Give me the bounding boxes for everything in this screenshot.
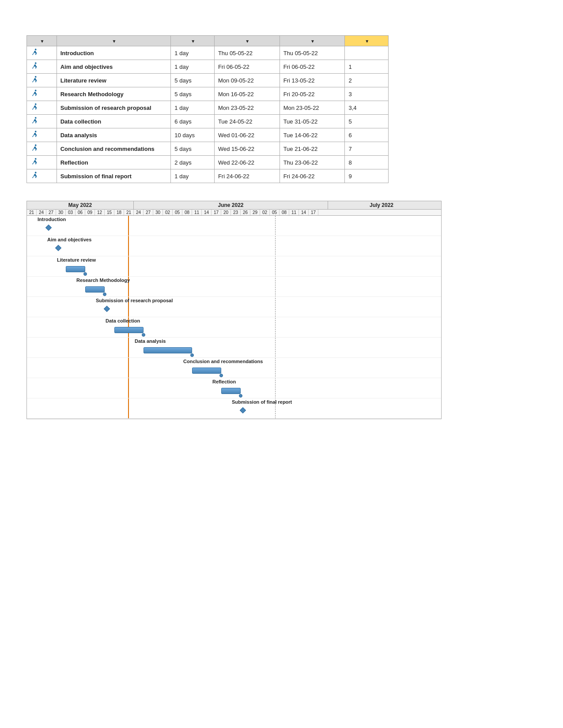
day-cell: 17 <box>309 210 318 215</box>
task-duration-cell: 5 days <box>171 142 215 156</box>
task-mode-cell <box>27 156 57 169</box>
task-start-cell: Wed 22-06-22 <box>214 156 280 169</box>
gantt-bar <box>221 388 241 394</box>
header-task-name[interactable]: ▼ <box>57 36 171 46</box>
task-pred-cell: 2 <box>345 74 389 87</box>
task-pred-cell: 8 <box>345 156 389 169</box>
task-finish-cell: Thu 23-06-22 <box>280 156 345 169</box>
gantt-milestone <box>55 245 61 251</box>
task-duration-cell: 1 day <box>171 169 215 183</box>
day-cell: 29 <box>250 210 260 215</box>
gantt-milestone <box>240 407 246 413</box>
day-row: 2124273003060912151821242730020508111417… <box>26 209 442 216</box>
project-table: ▼ ▼ ▼ ▼ ▼ <box>26 35 537 183</box>
gantt-connector-dot <box>190 353 194 357</box>
day-cell: 08 <box>182 210 192 215</box>
task-name-cell: Research Methodology <box>57 87 171 101</box>
sort-arrow-name[interactable]: ▼ <box>112 39 117 44</box>
task-mode-cell <box>27 60 57 74</box>
task-pred-cell <box>345 46 389 60</box>
table-row: Conclusion and recommendations5 daysWed … <box>27 142 389 156</box>
task-finish-cell: Fri 24-06-22 <box>280 169 345 183</box>
gantt-task-label: Data analysis <box>135 338 166 344</box>
day-cell: 05 <box>173 210 182 215</box>
task-pred-cell: 1 <box>345 60 389 74</box>
gantt-bar <box>144 347 192 353</box>
gantt-row: Literature review <box>27 256 441 277</box>
svg-point-9 <box>35 172 37 173</box>
gantt-area: IntroductionAim and objectivesLiterature… <box>26 216 537 419</box>
gantt-row: Aim and objectives <box>27 236 441 256</box>
day-cell: 21 <box>27 210 37 215</box>
task-finish-cell: Tue 21-06-22 <box>280 142 345 156</box>
svg-point-6 <box>35 131 37 132</box>
task-start-cell: Fri 24-06-22 <box>214 169 280 183</box>
table-row: Data collection6 daysTue 24-05-22Tue 31-… <box>27 115 389 128</box>
gantt-task-label: Introduction <box>38 217 66 222</box>
task-duration-cell: 6 days <box>171 115 215 128</box>
sort-arrow-finish[interactable]: ▼ <box>310 39 315 44</box>
task-finish-cell: Mon 23-05-22 <box>280 101 345 115</box>
header-start[interactable]: ▼ <box>214 36 280 46</box>
task-mode-cell <box>27 74 57 87</box>
day-cell: 21 <box>124 210 134 215</box>
table-row: Introduction1 dayThu 05-05-22Thu 05-05-2… <box>27 46 389 60</box>
task-finish-cell: Tue 31-05-22 <box>280 115 345 128</box>
sort-arrow-duration[interactable]: ▼ <box>191 39 195 44</box>
gantt-chart: May 2022 June 2022 July 2022 21242730030… <box>26 201 537 419</box>
table-row: Literature review5 daysMon 09-05-22Fri 1… <box>27 74 389 87</box>
day-cell: 03 <box>66 210 76 215</box>
task-name-cell: Introduction <box>57 46 171 60</box>
day-cell: 26 <box>241 210 250 215</box>
task-mode-cell <box>27 46 57 60</box>
sort-arrow-start[interactable]: ▼ <box>245 39 249 44</box>
sort-arrow-pred[interactable]: ▼ <box>365 39 369 44</box>
task-mode-icon <box>30 158 38 167</box>
header-duration[interactable]: ▼ <box>171 36 215 46</box>
gantt-connector-dot <box>103 293 106 296</box>
day-cell: 06 <box>76 210 85 215</box>
svg-point-7 <box>35 144 37 146</box>
gantt-bar <box>66 266 85 272</box>
day-cell: 17 <box>212 210 221 215</box>
gantt-row: Submission of final report <box>27 398 441 419</box>
task-start-cell: Thu 05-05-22 <box>214 46 280 60</box>
task-mode-icon <box>30 89 38 99</box>
svg-point-8 <box>35 158 37 160</box>
day-cell: 02 <box>163 210 173 215</box>
task-start-cell: Mon 09-05-22 <box>214 74 280 87</box>
day-cell: 02 <box>260 210 270 215</box>
task-pred-cell: 6 <box>345 128 389 142</box>
task-mode-cell <box>27 169 57 183</box>
task-mode-icon <box>30 48 38 58</box>
task-start-cell: Wed 15-06-22 <box>214 142 280 156</box>
header-finish[interactable]: ▼ <box>280 36 345 46</box>
svg-point-2 <box>35 76 37 78</box>
task-name-cell: Conclusion and recommendations <box>57 142 171 156</box>
header-predecessors[interactable]: ▼ <box>345 36 389 46</box>
day-cell: 14 <box>202 210 212 215</box>
task-duration-cell: 1 day <box>171 46 215 60</box>
gantt-task-label: Aim and objectives <box>47 237 91 242</box>
gantt-task-label: Submission of final report <box>232 399 292 405</box>
task-start-cell: Tue 24-05-22 <box>214 115 280 128</box>
header-task-mode[interactable]: ▼ <box>27 36 57 46</box>
day-cell: 23 <box>231 210 241 215</box>
task-mode-cell <box>27 101 57 115</box>
task-name-cell: Submission of research proposal <box>57 101 171 115</box>
gantt-connector-dot <box>83 272 87 276</box>
sort-arrow-mode[interactable]: ▼ <box>40 39 44 44</box>
month-june: June 2022 <box>134 201 328 209</box>
task-finish-cell: Fri 06-05-22 <box>280 60 345 74</box>
table-row: Aim and objectives1 dayFri 06-05-22Fri 0… <box>27 60 389 74</box>
day-cell: 05 <box>270 210 280 215</box>
task-duration-cell: 2 days <box>171 156 215 169</box>
day-cell: 18 <box>114 210 124 215</box>
gantt-bar <box>192 368 221 374</box>
task-mode-cell <box>27 87 57 101</box>
task-mode-icon <box>30 62 38 71</box>
task-finish-cell: Fri 20-05-22 <box>280 87 345 101</box>
task-mode-icon <box>30 75 38 85</box>
svg-point-3 <box>35 90 37 91</box>
gantt-row: Submission of research proposal <box>27 297 441 317</box>
